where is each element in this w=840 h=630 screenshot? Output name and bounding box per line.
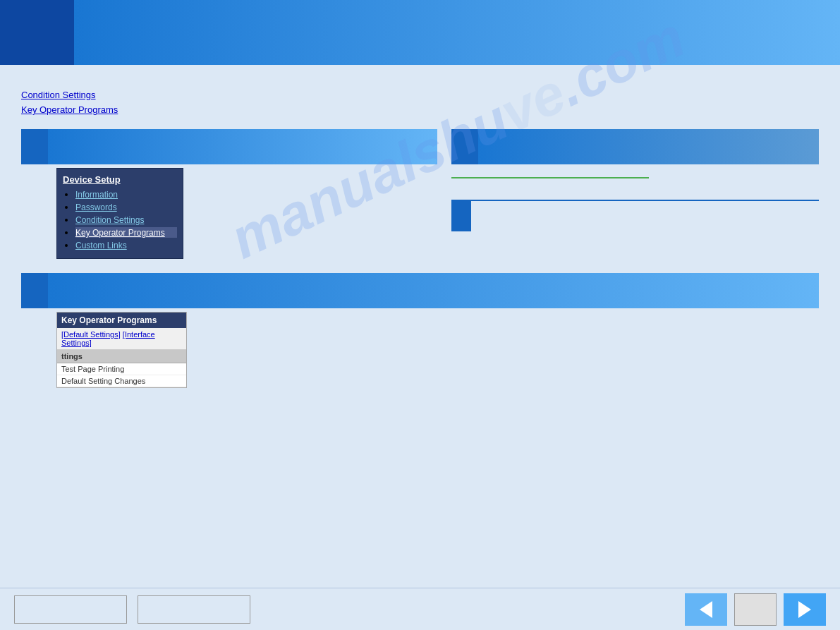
section-header-left <box>21 129 437 164</box>
menu-item-passwords[interactable]: Passwords <box>75 202 177 212</box>
menu-item-information-link[interactable]: Information <box>75 190 118 200</box>
kop-default-settings-link[interactable]: [Default Settings] <box>61 330 121 339</box>
section-blue-tab-1 <box>21 129 48 164</box>
right-section-title-bar <box>478 129 819 164</box>
footer-nav <box>685 593 826 626</box>
menu-item-information[interactable]: Information <box>75 189 177 200</box>
kop-panel: Key Operator Programs [Default Settings]… <box>56 312 187 388</box>
mid-right-blue-tab <box>451 200 471 231</box>
device-setup-menu: Device Setup Information Passwords Condi… <box>56 168 183 259</box>
section-row-1: Device Setup Information Passwords Condi… <box>21 129 819 259</box>
nav-prev-button[interactable] <box>685 593 727 626</box>
mid-right-row <box>451 200 819 231</box>
panel-left-1: Device Setup Information Passwords Condi… <box>21 129 437 259</box>
kop-links: [Default Settings] [Interface Settings] <box>57 328 186 350</box>
kop-title: Key Operator Programs <box>57 313 186 328</box>
menu-item-custom-links[interactable]: Custom Links <box>75 240 177 250</box>
third-section-title-bar <box>48 273 819 308</box>
top-links: Condition Settings Key Operator Programs <box>21 90 819 115</box>
header-dark-block <box>0 0 74 65</box>
third-section-blue-tab <box>21 273 48 308</box>
nav-stop-button[interactable] <box>734 593 777 626</box>
menu-item-custom-links-link[interactable]: Custom Links <box>75 241 127 250</box>
menu-item-key-operator[interactable]: Key Operator Programs <box>75 227 177 238</box>
section-title-bar-1 <box>48 129 437 164</box>
menu-item-passwords-link[interactable]: Passwords <box>75 202 117 212</box>
green-line-1 <box>451 177 649 178</box>
menu-item-condition-settings-link[interactable]: Condition Settings <box>75 215 144 225</box>
right-panel-content <box>451 164 819 178</box>
footer <box>0 588 840 630</box>
arrow-right-icon <box>798 601 811 618</box>
kop-item-2[interactable]: Default Setting Changes <box>57 375 186 387</box>
panel-right-1 <box>451 129 819 231</box>
menu-items-list: Information Passwords Condition Settings… <box>63 189 177 250</box>
key-operator-link[interactable]: Key Operator Programs <box>21 104 819 115</box>
footer-button-1[interactable] <box>14 595 127 624</box>
menu-title: Device Setup <box>63 174 177 185</box>
main-content: Condition Settings Key Operator Programs… <box>0 65 840 588</box>
header-blue-area <box>74 0 840 65</box>
section-row-3: Key Operator Programs [Default Settings]… <box>21 273 819 388</box>
mid-right-line <box>471 200 819 201</box>
right-section-blue-tab <box>451 129 478 164</box>
footer-button-2[interactable] <box>138 595 250 624</box>
right-section-header <box>451 129 819 164</box>
menu-item-key-operator-link[interactable]: Key Operator Programs <box>75 228 165 238</box>
arrow-left-icon <box>700 601 712 618</box>
nav-next-button[interactable] <box>784 593 826 626</box>
header <box>0 0 840 65</box>
menu-item-condition-settings[interactable]: Condition Settings <box>75 214 177 225</box>
third-section-header <box>21 273 819 308</box>
kop-section-header: ttings <box>57 350 186 363</box>
kop-item-1[interactable]: Test Page Printing <box>57 363 186 375</box>
condition-settings-link[interactable]: Condition Settings <box>21 90 819 100</box>
